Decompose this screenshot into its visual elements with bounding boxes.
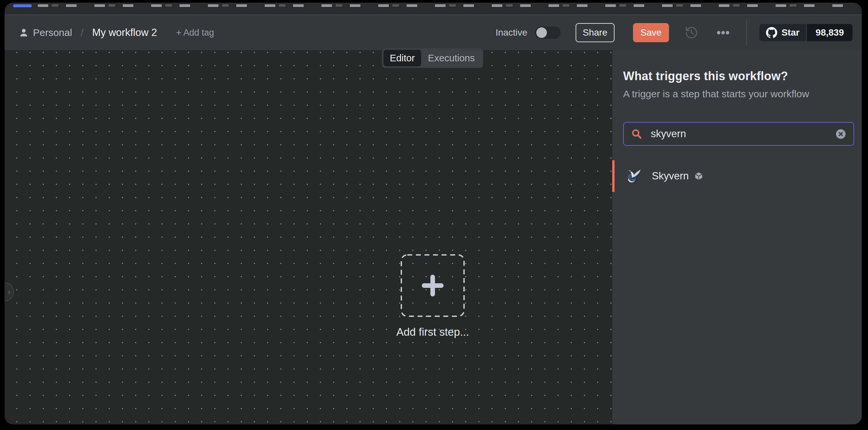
activation-toggle[interactable] xyxy=(535,26,561,39)
breadcrumb-separator: / xyxy=(81,27,84,39)
breadcrumb: Personal / My workflow 2 + Add tag xyxy=(19,27,214,39)
view-tabs: Editor Executions xyxy=(382,48,483,68)
header-actions: Inactive Share Save Star xyxy=(495,19,852,46)
workflow-canvas[interactable]: Add first step... › xyxy=(5,50,612,424)
trigger-panel: What triggers this workflow? A trigger i… xyxy=(612,50,862,424)
save-button[interactable]: Save xyxy=(633,23,669,42)
tab-editor[interactable]: Editor xyxy=(383,50,421,66)
skyvern-logo xyxy=(625,168,641,184)
panel-subtitle: A trigger is a step that starts your wor… xyxy=(623,88,854,100)
app-window: Personal / My workflow 2 + Add tag Inact… xyxy=(5,3,862,424)
browser-chrome-strip xyxy=(5,3,862,14)
header-separator xyxy=(746,19,747,46)
node-search-box xyxy=(623,122,854,146)
search-result-skyvern[interactable]: Skyvern xyxy=(612,160,862,192)
tab-executions[interactable]: Executions xyxy=(421,50,482,66)
search-input[interactable] xyxy=(651,128,835,140)
breadcrumb-project[interactable]: Personal xyxy=(33,27,72,38)
toggle-knob xyxy=(536,27,547,38)
result-name: Skyvern xyxy=(652,170,689,182)
github-star-count[interactable]: 98,839 xyxy=(807,24,852,41)
workflow-header: Personal / My workflow 2 + Add tag Inact… xyxy=(5,15,862,50)
panel-title: What triggers this workflow? xyxy=(623,69,854,83)
chevron-right-icon: › xyxy=(8,287,10,297)
add-first-step-label: Add first step... xyxy=(367,326,499,338)
selected-row-indicator xyxy=(612,160,615,192)
clear-icon[interactable] xyxy=(835,129,846,139)
community-package-icon xyxy=(694,171,703,181)
workflow-title[interactable]: My workflow 2 xyxy=(92,27,157,39)
user-icon xyxy=(19,27,29,38)
github-star-button[interactable]: Star xyxy=(760,24,806,41)
share-button[interactable]: Share xyxy=(576,23,615,42)
add-first-step-button[interactable] xyxy=(400,254,465,317)
sidebar-toggle[interactable]: › xyxy=(5,282,14,301)
github-icon xyxy=(766,27,777,38)
add-tag-button[interactable]: + Add tag xyxy=(176,28,214,38)
github-star-label: Star xyxy=(781,27,799,38)
search-icon xyxy=(631,128,642,139)
browser-tab-favicon-fragment xyxy=(13,4,32,7)
browser-tab-fragments-secondary xyxy=(52,4,844,7)
more-options-icon[interactable] xyxy=(714,24,732,42)
plus-icon xyxy=(422,275,443,296)
github-star-widget: Star 98,839 xyxy=(760,24,852,41)
activation-status-label: Inactive xyxy=(495,27,527,38)
main-area: Add first step... › What triggers this w… xyxy=(5,50,862,424)
history-icon[interactable] xyxy=(682,24,701,42)
